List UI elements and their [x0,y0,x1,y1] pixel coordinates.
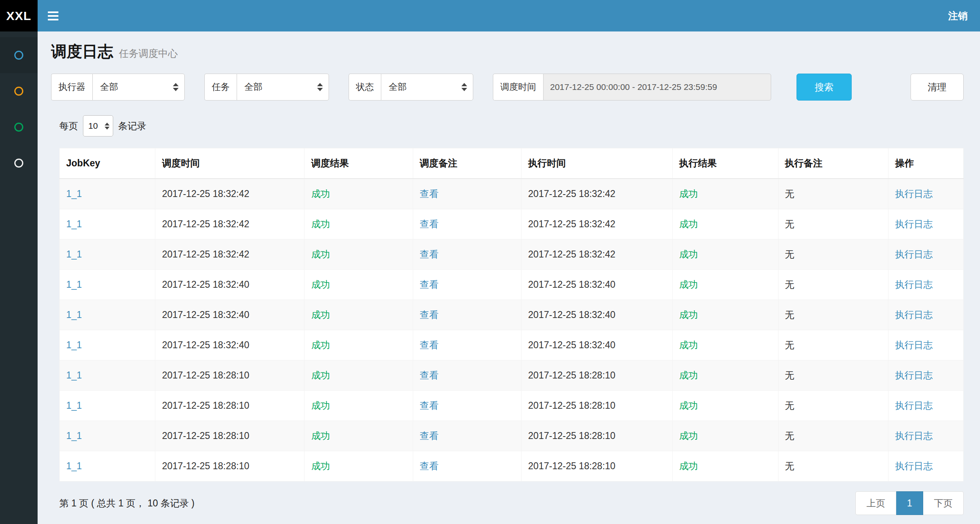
trigger-msg-link[interactable]: 查看 [413,179,521,209]
trigger-time-cell: 2017-12-25 18:32:40 [155,300,304,330]
status-selected-value: 全部 [389,81,407,93]
handle-result-cell: 成功 [672,391,778,421]
exec-log-link[interactable]: 执行日志 [888,270,964,300]
status-select[interactable]: 全部 [381,74,473,101]
trigger-msg-link[interactable]: 查看 [413,361,521,391]
job-label: 任务 [204,74,237,101]
header-action: 操作 [888,148,964,179]
next-page-button[interactable]: 下页 [923,491,964,515]
jobkey-link[interactable]: 1_1 [60,391,155,421]
jobkey-link[interactable]: 1_1 [60,270,155,300]
jobkey-link[interactable]: 1_1 [60,209,155,240]
trigger-result-cell: 成功 [304,300,413,330]
jobkey-link[interactable]: 1_1 [60,179,155,209]
handle-msg-cell: 无 [778,330,888,361]
select-arrows-icon [461,83,467,91]
exec-log-link[interactable]: 执行日志 [888,240,964,270]
clear-button[interactable]: 清理 [911,74,964,101]
status-label: 状态 [349,74,381,101]
table-row: 1_1 2017-12-25 18:32:40 成功 查看 2017-12-25… [60,300,964,330]
trigger-time-cell: 2017-12-25 18:28:10 [155,421,304,451]
sidebar-item-1[interactable] [0,37,38,73]
exec-log-link[interactable]: 执行日志 [888,451,964,481]
app-logo[interactable]: XXL [0,0,38,31]
handle-result-cell: 成功 [672,300,778,330]
jobkey-link[interactable]: 1_1 [60,361,155,391]
handle-time-cell: 2017-12-25 18:32:42 [521,240,672,270]
table-row: 1_1 2017-12-25 18:32:40 成功 查看 2017-12-25… [60,330,964,361]
prev-page-button[interactable]: 上页 [855,491,896,515]
trigger-msg-link[interactable]: 查看 [413,270,521,300]
jobkey-link[interactable]: 1_1 [60,330,155,361]
time-range-input[interactable] [543,74,771,101]
trigger-time-cell: 2017-12-25 18:32:40 [155,270,304,300]
handle-result-cell: 成功 [672,209,778,240]
handle-result-cell: 成功 [672,421,778,451]
handle-result-cell: 成功 [672,361,778,391]
content-header: 调度日志 任务调度中心 [51,41,964,62]
trigger-time-cell: 2017-12-25 18:32:42 [155,179,304,209]
job-select[interactable]: 全部 [237,74,329,101]
trigger-time-cell: 2017-12-25 18:28:10 [155,391,304,421]
handle-result-cell: 成功 [672,240,778,270]
trigger-msg-link[interactable]: 查看 [413,330,521,361]
table-row: 1_1 2017-12-25 18:28:10 成功 查看 2017-12-25… [60,451,964,481]
handle-msg-cell: 无 [778,179,888,209]
jobkey-link[interactable]: 1_1 [60,240,155,270]
sidebar-toggle-icon[interactable] [48,11,58,20]
executor-filter-group: 执行器 全部 [51,74,185,101]
table-row: 1_1 2017-12-25 18:28:10 成功 查看 2017-12-25… [60,421,964,451]
trigger-msg-link[interactable]: 查看 [413,391,521,421]
handle-time-cell: 2017-12-25 18:32:40 [521,330,672,361]
jobkey-link[interactable]: 1_1 [60,300,155,330]
table-row: 1_1 2017-12-25 18:28:10 成功 查看 2017-12-25… [60,391,964,421]
select-arrows-icon [105,123,110,130]
trigger-msg-link[interactable]: 查看 [413,240,521,270]
trigger-time-cell: 2017-12-25 18:32:40 [155,330,304,361]
handle-result-cell: 成功 [672,451,778,481]
exec-log-link[interactable]: 执行日志 [888,361,964,391]
trigger-result-cell: 成功 [304,391,413,421]
exec-log-link[interactable]: 执行日志 [888,300,964,330]
jobkey-link[interactable]: 1_1 [60,451,155,481]
trigger-msg-link[interactable]: 查看 [413,209,521,240]
handle-time-cell: 2017-12-25 18:32:40 [521,300,672,330]
current-page-button[interactable]: 1 [896,491,923,515]
search-button[interactable]: 搜索 [797,74,852,101]
trigger-msg-link[interactable]: 查看 [413,300,521,330]
trigger-msg-link[interactable]: 查看 [413,421,521,451]
exec-log-link[interactable]: 执行日志 [888,421,964,451]
exec-log-link[interactable]: 执行日志 [888,330,964,361]
table-row: 1_1 2017-12-25 18:28:10 成功 查看 2017-12-25… [60,361,964,391]
header-handle-time: 执行时间 [521,148,672,179]
trigger-result-cell: 成功 [304,421,413,451]
handle-time-cell: 2017-12-25 18:28:10 [521,421,672,451]
sidebar-item-3[interactable] [0,109,38,145]
table-row: 1_1 2017-12-25 18:32:40 成功 查看 2017-12-25… [60,270,964,300]
sidebar [0,31,38,524]
time-label: 调度时间 [493,74,543,101]
select-arrows-icon [173,83,179,91]
handle-msg-cell: 无 [778,361,888,391]
handle-time-cell: 2017-12-25 18:32:42 [521,179,672,209]
pagesize-select[interactable]: 10 [83,115,113,137]
handle-result-cell: 成功 [672,330,778,361]
header-handle-msg: 执行备注 [778,148,888,179]
sidebar-item-2[interactable] [0,73,38,109]
trigger-result-cell: 成功 [304,330,413,361]
logout-link[interactable]: 注销 [948,9,968,22]
job-selected-value: 全部 [244,81,262,93]
time-filter-group: 调度时间 [493,74,771,101]
executor-select[interactable]: 全部 [92,74,185,101]
handle-msg-cell: 无 [778,391,888,421]
exec-log-link[interactable]: 执行日志 [888,209,964,240]
header-trigger-msg: 调度备注 [413,148,521,179]
trigger-msg-link[interactable]: 查看 [413,451,521,481]
jobkey-link[interactable]: 1_1 [60,421,155,451]
header-trigger-result: 调度结果 [304,148,413,179]
exec-log-link[interactable]: 执行日志 [888,391,964,421]
handle-msg-cell: 无 [778,300,888,330]
sidebar-item-4[interactable] [0,145,38,181]
header-jobkey: JobKey [60,148,155,179]
exec-log-link[interactable]: 执行日志 [888,179,964,209]
